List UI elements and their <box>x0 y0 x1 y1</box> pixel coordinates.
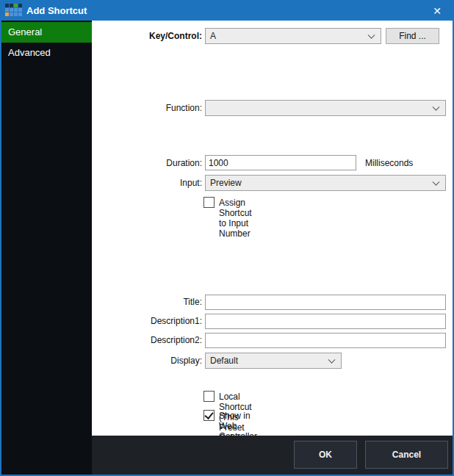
find-button[interactable]: Find ... <box>386 28 439 44</box>
chevron-down-icon <box>433 178 440 186</box>
ok-button[interactable]: OK <box>294 441 357 469</box>
title-input[interactable] <box>205 295 446 310</box>
key-control-dropdown[interactable]: A <box>205 28 381 44</box>
duration-input[interactable] <box>205 155 356 170</box>
input-dropdown[interactable]: Preview <box>205 175 446 191</box>
assign-shortcut-checkbox-label: Assign Shortcut to Input Number <box>219 198 252 239</box>
sidebar-item-general[interactable]: General <box>1 22 92 43</box>
assign-shortcut-checkbox[interactable] <box>203 197 215 208</box>
description1-input[interactable] <box>205 314 446 329</box>
sidebar: General Advanced <box>1 21 92 475</box>
window-title: Add Shortcut <box>26 1 87 21</box>
title-label: Title: <box>92 297 202 307</box>
web-controller-checkbox[interactable] <box>203 410 215 421</box>
display-label: Display: <box>92 356 202 366</box>
app-logo-icon <box>5 4 22 16</box>
sidebar-item-advanced[interactable]: Advanced <box>1 43 92 63</box>
function-dropdown[interactable] <box>205 100 446 116</box>
add-shortcut-dialog: Add Shortcut ✕ General Advanced Key/Cont… <box>0 0 454 476</box>
description2-label: Description2: <box>92 335 202 345</box>
duration-label: Duration: <box>92 158 202 168</box>
cancel-button[interactable]: Cancel <box>365 441 448 469</box>
chevron-down-icon <box>368 32 375 39</box>
input-value: Preview <box>210 178 242 188</box>
key-control-value: A <box>210 31 216 41</box>
key-control-label: Key/Control: <box>92 31 202 41</box>
description2-input[interactable] <box>205 333 446 348</box>
title-bar: Add Shortcut ✕ <box>1 1 453 21</box>
description1-label: Description1: <box>92 316 202 326</box>
input-label: Input: <box>92 178 202 188</box>
footer-bar: OK Cancel <box>92 436 453 475</box>
local-shortcut-checkbox[interactable] <box>203 391 215 402</box>
display-dropdown[interactable]: Default <box>205 353 342 369</box>
general-panel: Key/Control: A Find ... Function: Durati… <box>92 21 453 436</box>
display-value: Default <box>210 356 238 366</box>
chevron-down-icon <box>433 104 440 111</box>
milliseconds-label: Milliseconds <box>365 158 413 168</box>
function-label: Function: <box>92 103 202 113</box>
close-icon[interactable]: ✕ <box>426 1 448 21</box>
chevron-down-icon <box>328 356 336 364</box>
